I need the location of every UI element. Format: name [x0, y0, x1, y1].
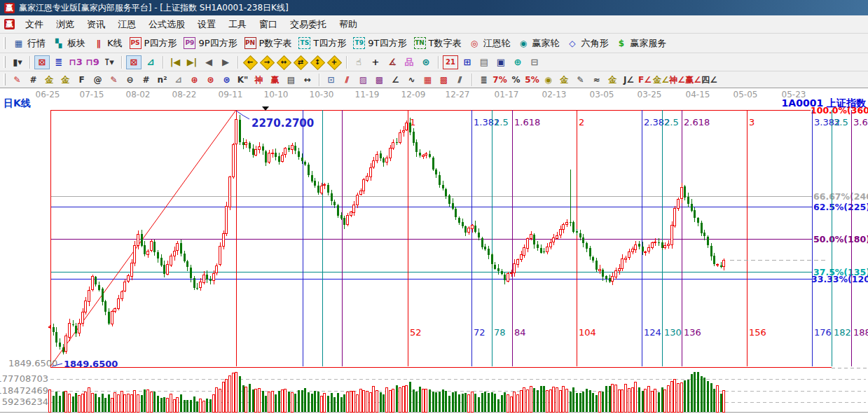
price-divisions-tool[interactable]: #: [139, 74, 153, 86]
percent-tool[interactable]: %: [509, 74, 523, 86]
menu-item-8[interactable]: 交易委托: [284, 16, 333, 33]
menu-item-1[interactable]: 浏览: [50, 16, 81, 33]
prev-bar-button[interactable]: ◀: [201, 55, 216, 69]
fan-lines-tool[interactable]: ⫽: [340, 74, 354, 86]
shen-angle-tool[interactable]: 神∠: [670, 74, 684, 86]
shen-divisions-tool[interactable]: 神: [252, 74, 266, 86]
k-marker-tool[interactable]: K": [235, 74, 250, 86]
j-angle-tool[interactable]: J∠: [621, 74, 636, 86]
hand-drag-tool[interactable]: ☝: [351, 55, 366, 69]
zigzag-tool[interactable]: ∿: [404, 74, 419, 86]
hexagon-button[interactable]: ◇六角形: [563, 36, 612, 51]
shift-right-diamond-button[interactable]: →: [259, 55, 275, 69]
menu-item-0[interactable]: 文件: [19, 16, 50, 33]
9t-square-button[interactable]: T99T四方形: [350, 36, 410, 51]
remote-pc-tool[interactable]: ⊟: [527, 55, 542, 69]
angle-lines-tool[interactable]: ∠: [388, 74, 403, 86]
menu-item-2[interactable]: 资讯: [81, 16, 111, 33]
ying-divisions-tool[interactable]: 赢: [268, 74, 282, 86]
info-panel-tool[interactable]: ≣: [51, 55, 67, 69]
gann-circle-tool[interactable]: ⊕: [187, 74, 202, 86]
gold-circle-tool[interactable]: ◉: [541, 74, 556, 86]
grid-red-tool[interactable]: ▦: [420, 74, 435, 86]
box-region-tool[interactable]: ⊡: [324, 74, 338, 86]
spider-web-red-tool[interactable]: ⊛: [203, 74, 218, 86]
quotes-button[interactable]: ▦行情: [9, 36, 49, 51]
smart-tool[interactable]: ⊛: [418, 55, 434, 69]
save-tool[interactable]: ▣: [493, 55, 509, 69]
compress-diamond-button[interactable]: ⇄: [293, 55, 308, 69]
time-divisions-tool[interactable]: #: [26, 74, 41, 86]
winner-wheel-button[interactable]: ◉赢家轮: [514, 36, 563, 51]
gold-lines-tool[interactable]: 金: [557, 74, 572, 86]
fan-box-tool[interactable]: ▨: [356, 74, 371, 86]
t-number-table-button[interactable]: TNT数字表: [411, 36, 465, 51]
wave9-tool[interactable]: ⊓9: [85, 55, 100, 69]
kline-style-dropdown[interactable]: ▮▾: [10, 55, 25, 69]
kline-button[interactable]: ∥K线: [89, 36, 126, 51]
gann-wheel-button[interactable]: ◎江恩轮: [464, 36, 514, 51]
chart-area[interactable]: 06-2507-1508-0208-2209-1110-1010-3011-19…: [0, 88, 868, 414]
app-window: 赢 赢家江恩专业版[赢家内部服务平台] - [上证指数 SH1A0001-238…: [0, 0, 868, 414]
spider-web-blue-tool[interactable]: ⊛: [219, 74, 234, 86]
gold-divisions2-tool[interactable]: 金: [58, 74, 73, 86]
date-tick: 05-05: [733, 90, 758, 99]
fib-divisions-tool[interactable]: F: [74, 74, 89, 86]
candle-tool-dropdown[interactable]: ⊺▾: [102, 55, 117, 69]
menu-item-4[interactable]: 公式选股: [142, 16, 191, 33]
menu-item-7[interactable]: 窗口: [253, 16, 284, 33]
percent-lines-tool[interactable]: 5%: [525, 74, 539, 86]
expand-diamond-button[interactable]: ↔: [276, 55, 291, 69]
parallel-lines-tool[interactable]: ⫽: [453, 74, 467, 86]
wave3-tool[interactable]: ⊓3: [68, 55, 83, 69]
menu-item-9[interactable]: 帮助: [333, 16, 364, 33]
next-bar-button[interactable]: ▶: [218, 55, 233, 69]
t-square-button[interactable]: TST四方形: [295, 36, 350, 51]
crosshair-tool[interactable]: +: [368, 55, 383, 69]
color-levels-tool[interactable]: ⊿: [143, 55, 158, 69]
gold-angle-tool[interactable]: 金∠: [654, 74, 668, 86]
gold-divisions-tool[interactable]: 金: [42, 74, 57, 86]
wave-band-tool[interactable]: ≈: [589, 74, 604, 86]
draw-pencil-tool[interactable]: ✎: [10, 74, 25, 86]
p-number-table-button[interactable]: PNP数字表: [241, 36, 296, 51]
spiral-tool[interactable]: @: [90, 74, 105, 86]
web-link-tool[interactable]: ⊕: [510, 55, 525, 69]
si-angle-tool[interactable]: 四∠: [702, 74, 717, 86]
menu-item-3[interactable]: 江恩: [111, 16, 142, 33]
menu-item-5[interactable]: 设置: [191, 16, 222, 33]
gold-angle-base-tool[interactable]: 金: [605, 74, 620, 86]
gann-box-tool[interactable]: ⊠: [126, 55, 142, 69]
grid-red2-tool[interactable]: ▩: [436, 74, 451, 86]
hexagon-icon: ◇: [566, 37, 578, 49]
ink-tool[interactable]: ✎: [573, 74, 588, 86]
shift-left-diamond-button[interactable]: ←: [242, 55, 258, 69]
full-diamond-button[interactable]: +: [326, 55, 342, 69]
width-measure-tool[interactable]: ↔: [300, 74, 315, 86]
cycle-circle-tool[interactable]: ⊖: [123, 74, 137, 86]
calculator-tool[interactable]: ⊞: [460, 55, 475, 69]
blocks-tool[interactable]: 品: [401, 55, 417, 69]
web-box-tool[interactable]: ▩: [372, 74, 387, 86]
winner-service-button[interactable]: $赢家服务: [612, 36, 670, 51]
mirror-angle-tool[interactable]: ⊿: [171, 74, 186, 86]
stats-bars-tool[interactable]: ≣: [476, 74, 491, 86]
ruler-123-tool[interactable]: ▤: [284, 74, 298, 86]
ying-angle-tool[interactable]: 赢∠: [686, 74, 701, 86]
n-squared-tool[interactable]: n²: [155, 74, 170, 86]
kline-chart[interactable]: 06-2507-1508-0208-2209-1110-1010-3011-19…: [0, 88, 868, 414]
last-page-button[interactable]: ▶|: [184, 55, 200, 69]
p-square-button[interactable]: PSP四方形: [126, 36, 181, 51]
9p-square-button[interactable]: P99P四方形: [180, 36, 240, 51]
notes-tool[interactable]: ▤: [476, 55, 492, 69]
gann-shapes-tool[interactable]: ⊠: [34, 55, 50, 69]
vertical-diamond-button[interactable]: ↕: [310, 55, 325, 69]
f-angle-tool[interactable]: F∠: [638, 74, 652, 86]
percent-change-tool[interactable]: 7%: [492, 74, 507, 86]
angle-measure-tool[interactable]: ∡: [385, 55, 400, 69]
calendar-tool[interactable]: 21: [443, 55, 458, 69]
menu-item-6[interactable]: 工具: [222, 16, 253, 33]
brush-tool[interactable]: ✎: [106, 74, 121, 86]
first-page-button[interactable]: |◀: [167, 55, 183, 69]
sectors-button[interactable]: ▚板块: [49, 36, 89, 51]
